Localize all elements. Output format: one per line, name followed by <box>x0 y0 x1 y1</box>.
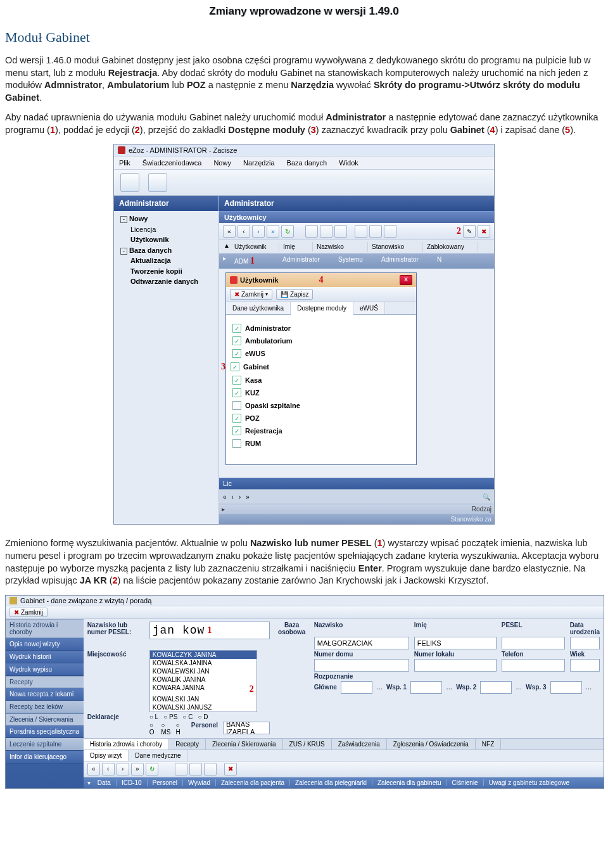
refresh-icon[interactable]: ↻ <box>281 225 294 238</box>
check-poz[interactable]: ✓POZ <box>232 414 410 423</box>
tree-leaf[interactable]: Licencja <box>117 224 216 235</box>
dropdown-item[interactable]: KOWALSKA JANINA <box>150 659 256 667</box>
tool-icon[interactable] <box>189 763 202 775</box>
dropdown-item[interactable]: KOWALSKI JAN <box>150 695 256 703</box>
side-btn-infor[interactable]: Infor dla kierujacego <box>6 751 84 763</box>
nav-tree[interactable]: -Nowy Licencja Użytkownik -Baza danych A… <box>114 211 218 293</box>
check-amb[interactable]: ✓Ambulatorium <box>232 336 410 345</box>
check-admin[interactable]: ✓Administrator <box>232 324 410 333</box>
menu-swiadczeniodawca[interactable]: Świadczeniodawca <box>137 158 207 168</box>
subtab-dane[interactable]: Dane medyczne <box>129 750 187 761</box>
nav-icon[interactable]: › <box>239 494 241 501</box>
toolbar-button[interactable] <box>148 173 167 192</box>
tab-moduly[interactable]: Dostępne moduły <box>291 302 353 315</box>
close-button[interactable]: ✖Zamknij▾ <box>230 289 272 300</box>
side-btn-szpital[interactable]: Leczenie szpitalne <box>6 738 84 751</box>
delete-icon[interactable]: ✖ <box>478 225 490 238</box>
check-gabinet[interactable]: 3✓Gabinet <box>232 362 410 372</box>
tab-zglosz[interactable]: Zgłoszenia / Oświadczenia <box>387 739 476 750</box>
field-nazwisko[interactable]: MAŁGORZACIAK <box>314 637 409 649</box>
nav-icon[interactable]: ‹ <box>232 494 234 501</box>
menu-plik[interactable]: Plik <box>114 158 136 168</box>
close-icon[interactable]: X <box>400 275 412 285</box>
tool-icon[interactable] <box>384 225 396 238</box>
tool-icon[interactable] <box>369 225 382 238</box>
side-btn-historia[interactable]: Wydruk historii <box>6 651 84 663</box>
field-wsp2[interactable] <box>480 681 512 694</box>
dropdown-item[interactable]: KOWALSKI JANUSZ <box>150 703 256 712</box>
close-button[interactable]: ✖Zamknij <box>10 608 48 617</box>
tool-icon[interactable] <box>334 225 347 238</box>
tool-icon[interactable] <box>320 225 332 238</box>
side-btn-recepty-bez[interactable]: Recepty bez leków <box>6 701 84 713</box>
refresh-icon[interactable]: ↻ <box>146 763 158 775</box>
baza-button[interactable] <box>275 637 303 647</box>
toolbar-button[interactable] <box>120 173 139 192</box>
field-tel[interactable] <box>502 659 565 672</box>
dropdown-item[interactable]: KOWALCZYK JANINA <box>150 651 256 659</box>
field-wsp1[interactable] <box>410 681 442 694</box>
nav-first-icon[interactable]: « <box>223 225 236 238</box>
tree-leaf[interactable]: Odtwarzanie danych <box>117 276 216 287</box>
dropdown-item[interactable]: KOWALIK JANINA <box>150 675 256 684</box>
side-btn-wypis[interactable]: Wydruk wypisu <box>6 663 84 676</box>
dropdown-item[interactable]: KOWALEWSKI JAN <box>150 667 256 675</box>
field-numdom[interactable] <box>314 659 409 672</box>
check-ewus[interactable]: ✓eWUS <box>232 349 410 358</box>
field-data[interactable] <box>570 637 600 649</box>
nav-next-icon[interactable]: › <box>252 225 265 238</box>
check-opaski[interactable]: ✓Opaski szpitalne <box>232 401 410 410</box>
search-dropdown[interactable]: KOWALCZYK JANINA KOWALSKA JANINA KOWALEW… <box>149 650 257 712</box>
field-wsp3[interactable] <box>550 681 582 694</box>
field-personel[interactable]: BANAŚ IZABELA <box>223 722 270 734</box>
menu-narzedzia[interactable]: Narzędzia <box>238 158 280 168</box>
search-input[interactable]: jan kow 1 <box>149 622 270 639</box>
dropdown-item[interactable]: KOWARA JANINA <box>153 684 205 694</box>
check-rej[interactable]: ✓Rejestracja <box>232 426 410 435</box>
side-btn-recepta[interactable]: Nowa recepta z lekami <box>6 688 84 701</box>
tab-historia[interactable]: Historia zdrowia i choroby <box>84 739 170 750</box>
nav-last-icon[interactable]: » <box>267 225 279 238</box>
subtab-opisy[interactable]: Opisy wizyt <box>84 750 129 761</box>
grid-row-selected[interactable]: ▸ ADM 1 Administrator Systemu Administra… <box>219 253 494 269</box>
tab-dane[interactable]: Dane użytkownika <box>226 302 291 314</box>
tree-leaf[interactable]: Aktualizacja <box>117 255 216 266</box>
tool-icon[interactable] <box>355 225 367 238</box>
menu-widok[interactable]: Widok <box>334 158 364 168</box>
tab-zus[interactable]: ZUS / KRUS <box>283 739 332 750</box>
save-button[interactable]: 💾Zapisz <box>276 289 313 300</box>
menu-bazadanych[interactable]: Baza danych <box>282 158 332 168</box>
side-btn-poradnia[interactable]: Poradnia specjalistyczna <box>6 725 84 738</box>
tab-zasw[interactable]: Zaświadczenia <box>332 739 387 750</box>
side-btn-opis[interactable]: Opis nowej wizyty <box>6 638 84 651</box>
tab-zlecenia[interactable]: Zlecenia / Skierowania <box>206 739 283 750</box>
nav-icon[interactable]: « <box>223 494 227 501</box>
tool-icon[interactable] <box>204 763 217 775</box>
tool-icon[interactable] <box>175 763 187 775</box>
field-wiek[interactable] <box>570 659 600 672</box>
tab-ewus[interactable]: eWUŚ <box>353 302 385 314</box>
field-pesel[interactable] <box>502 637 565 649</box>
tree-leaf[interactable]: Tworzenie kopii <box>117 266 216 277</box>
edit-icon[interactable]: ✎ <box>463 225 476 238</box>
tree-leaf[interactable]: Użytkownik <box>117 234 216 245</box>
delete-icon[interactable]: ✖ <box>224 763 237 775</box>
nav-prev-icon[interactable]: ‹ <box>238 225 250 238</box>
field-glowne[interactable] <box>341 681 372 694</box>
nav-icon[interactable]: ‹ <box>102 763 115 775</box>
tab-nfz[interactable]: NFZ <box>476 739 501 750</box>
nav-icon[interactable]: » <box>131 763 144 775</box>
field-numlok[interactable] <box>414 659 497 672</box>
menu-nowy[interactable]: Nowy <box>208 158 236 168</box>
check-rum[interactable]: ✓RUM <box>232 439 410 448</box>
menubar[interactable]: Plik Świadczeniodawca Nowy Narzędzia Baz… <box>114 156 494 170</box>
check-kuz[interactable]: ✓KUZ <box>232 388 410 397</box>
nav-icon[interactable]: › <box>117 763 129 775</box>
search-icon[interactable]: 🔍 <box>483 494 490 501</box>
tab-recepty[interactable]: Recepty <box>169 739 206 750</box>
check-kasa[interactable]: ✓Kasa <box>232 376 410 385</box>
field-imie[interactable]: FELIKS <box>414 637 497 649</box>
nav-icon[interactable]: » <box>246 494 250 501</box>
nav-icon[interactable]: « <box>87 763 100 775</box>
tool-icon[interactable] <box>305 225 318 238</box>
